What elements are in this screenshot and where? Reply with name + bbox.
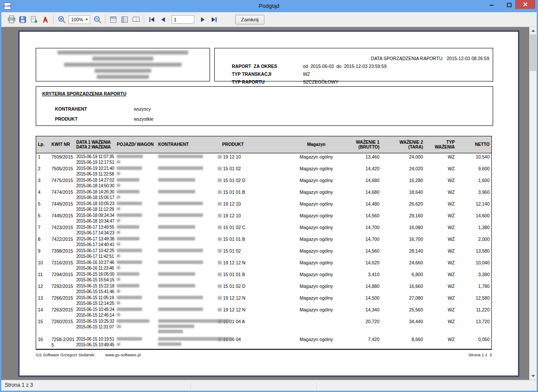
redacted-text — [117, 319, 149, 323]
cell-kontrahent-redacted — [158, 319, 217, 336]
column-header-wazenie-2-tara: WAŻENIE 2(TARA) — [384, 136, 425, 153]
zoom-out-button[interactable] — [91, 14, 103, 25]
zoom-level-select[interactable]: 100% — [68, 15, 90, 24]
cell-wazenie-2-tara: 8,660 — [384, 337, 425, 349]
cell-wazenie-2-tara: 27,080 — [384, 295, 425, 306]
cell-pojazd-redacted — [117, 178, 158, 189]
cell-kwit-nr: 7263/2015 — [50, 307, 76, 318]
redacted-text — [117, 178, 139, 182]
redacted-text — [117, 243, 120, 246]
cell-kwit-nr: 7294/2015 — [50, 272, 76, 283]
cell-wazenie-2-tara: 28,140 — [384, 248, 425, 259]
previous-page-icon — [159, 16, 167, 24]
zoom-in-button[interactable] — [56, 14, 67, 25]
pdf-button[interactable] — [40, 14, 51, 25]
cell-netto: 12,580 — [460, 295, 491, 306]
close-icon — [523, 2, 528, 7]
criteria-box: KRYTERIA SPORZĄDZENIA RAPORTU KONTRAHENT… — [36, 86, 493, 126]
redacted-text — [158, 296, 203, 299]
cell-wazenie-1-brutto: 14,680 — [345, 189, 384, 200]
cell-lp: 4 — [36, 189, 50, 200]
redacted-text — [117, 301, 120, 304]
export-button[interactable] — [28, 14, 40, 25]
cell-netto: 13,720 — [460, 319, 491, 336]
redacted-text — [158, 213, 203, 217]
cell-wazenie-1-brutto: 14,420 — [345, 166, 384, 177]
redacted-text — [117, 254, 120, 257]
whole-page-view-button[interactable] — [119, 14, 130, 25]
cell-typ-wazenia: WZ — [425, 307, 460, 318]
criteria-row: PRODUKTwszystkie — [42, 111, 153, 127]
cell-netto: 1,780 — [460, 284, 491, 294]
cell-lp: 15 — [36, 319, 50, 336]
previous-page-button[interactable] — [158, 14, 169, 25]
scroll-up-button[interactable] — [529, 27, 537, 34]
redacted-text — [117, 325, 121, 328]
cell-magazyn: Magazyn ogólny — [288, 166, 345, 177]
minimize-button[interactable] — [485, 0, 498, 10]
cell-dates: 2015-06-15 11:05:192015-06-15 12:14:25 — [76, 295, 117, 306]
cell-lp: 6 — [36, 213, 50, 224]
statusbar-divider — [316, 382, 317, 389]
first-page-icon — [148, 16, 156, 24]
cell-pojazd-redacted — [117, 337, 158, 349]
maximize-icon — [507, 3, 512, 7]
column-header-netto: NETTO — [460, 136, 491, 153]
criteria-title: KRYTERIA SPORZĄDZENIA RAPORTU — [42, 91, 126, 96]
cell-wazenie-2-tara: 25,560 — [384, 307, 425, 318]
page-number-input[interactable] — [172, 15, 194, 24]
zamknij-button[interactable]: Zamknij — [235, 15, 264, 24]
cell-netto: 14,600 — [460, 213, 491, 224]
first-page-button[interactable] — [146, 14, 158, 25]
redacted-text — [92, 57, 153, 61]
cell-wazenie-1-brutto: 14,480 — [345, 201, 384, 212]
cell-magazyn: Magazyn ogólny — [288, 201, 345, 212]
column-header-lp: Lp. — [36, 136, 50, 153]
redacted-text — [158, 225, 195, 229]
redacted-text — [218, 261, 222, 264]
generated-value: 2015-12-03 08:26:59 — [447, 56, 490, 61]
save-button[interactable] — [17, 14, 28, 25]
cell-typ-wazenia: WZ — [425, 154, 460, 165]
vertical-scrollbar[interactable] — [529, 27, 537, 380]
cell-produkt: 19 12 10 — [217, 213, 288, 224]
scrollbar-thumb[interactable] — [530, 34, 536, 71]
criteria-value: wszystkie — [134, 116, 153, 122]
two-page-view-button[interactable] — [130, 14, 142, 25]
cell-dates: 2015-06-18 14:26:302015-06-18 15:05:17 — [76, 189, 117, 200]
cell-kontrahent-redacted — [158, 154, 217, 165]
cell-magazyn: Magazyn ogólny — [288, 248, 345, 259]
zoom-in-icon — [58, 15, 66, 24]
close-button[interactable] — [515, 0, 535, 9]
cell-netto: 3,960 — [460, 189, 491, 200]
print-button[interactable] — [6, 14, 17, 25]
cell-pojazd-redacted — [117, 319, 158, 336]
cell-dates: 2015-06-15 10:45:242015-06-15 12:45:14 — [76, 307, 117, 318]
pdf-icon — [41, 16, 49, 24]
cell-wazenie-1-brutto: 7,420 — [345, 337, 384, 349]
cell-wazenie-2-tara: 16,700 — [384, 237, 425, 247]
cell-kontrahent-redacted — [158, 248, 217, 259]
cell-wazenie-1-brutto: 14,620 — [345, 260, 384, 271]
redacted-text — [117, 308, 142, 311]
next-page-button[interactable] — [197, 14, 208, 25]
maximize-button[interactable] — [503, 0, 516, 10]
redacted-text — [117, 313, 120, 316]
redacted-text — [58, 51, 188, 54]
cell-kwit-nr: 7449/2015 — [50, 201, 76, 212]
redacted-text — [158, 249, 203, 252]
column-header-wazenie-1-brutto: WAŻENIE 1(BRUTTO) — [345, 136, 384, 153]
redacted-text — [117, 343, 120, 346]
redacted-text — [218, 167, 222, 170]
redacted-text — [64, 63, 182, 67]
cell-kwit-nr: 7445/2015 — [50, 213, 76, 224]
last-page-button[interactable] — [208, 14, 220, 25]
cell-wazenie-1-brutto: 3,410 — [345, 272, 384, 283]
scroll-down-button[interactable] — [529, 372, 537, 380]
cell-lp: 16 — [36, 337, 50, 349]
cell-dates: 2015-06-16 10:27:462015-06-16 11:23:46 — [76, 260, 117, 271]
redacted-text — [95, 69, 151, 73]
page-width-view-button[interactable] — [108, 14, 119, 25]
company-info-box-redacted — [36, 48, 210, 81]
table-row: 37475/20152015-06-18 14:27:022015-06-18 … — [36, 177, 491, 189]
